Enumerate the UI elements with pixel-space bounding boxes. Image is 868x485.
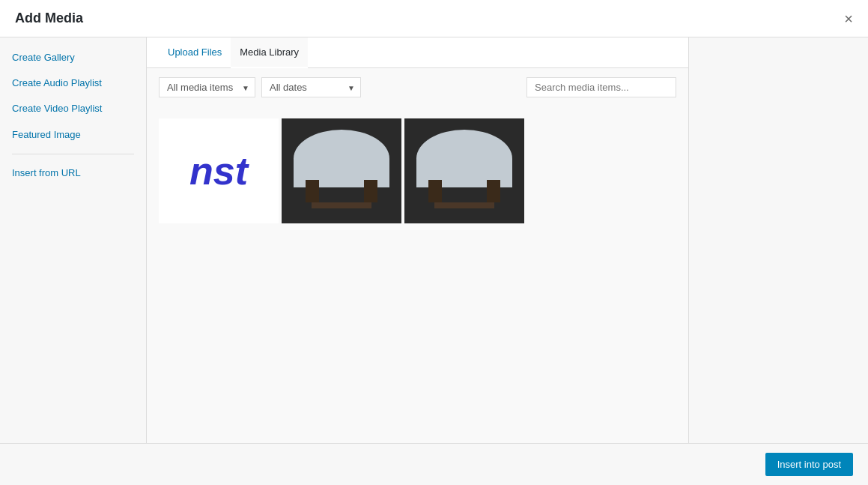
media-item-nsu-logo-inner: nst xyxy=(159,118,279,223)
sidebar-item-create-gallery[interactable]: Create Gallery xyxy=(0,45,146,70)
room-image-1 xyxy=(282,118,401,223)
sidebar-item-create-audio-playlist[interactable]: Create Audio Playlist xyxy=(0,70,146,96)
room-table-2 xyxy=(434,202,494,208)
modal-body: Create Gallery Create Audio Playlist Cre… xyxy=(0,37,868,443)
tabs-bar: Upload Files Media Library xyxy=(147,37,688,68)
close-button[interactable]: × xyxy=(844,11,853,26)
tab-upload-files[interactable]: Upload Files xyxy=(159,37,231,68)
sidebar-item-featured-image[interactable]: Featured Image xyxy=(0,122,146,148)
room-chair-right-2 xyxy=(487,180,500,202)
search-input[interactable] xyxy=(526,77,676,97)
date-filter-select[interactable]: All dates January 2024 December 2023 xyxy=(261,77,361,97)
insert-into-post-button[interactable]: Insert into post xyxy=(765,453,853,476)
media-item-room-1[interactable] xyxy=(282,118,401,223)
media-item-nsu-logo[interactable]: nst xyxy=(159,118,279,223)
media-filter-select[interactable]: All media items Images Audio Video Docum… xyxy=(159,77,255,97)
sidebar-item-create-video-playlist[interactable]: Create Video Playlist xyxy=(0,96,146,121)
sidebar-divider xyxy=(12,154,134,154)
add-media-modal: Add Media × Create Gallery Create Audio … xyxy=(0,0,868,485)
media-grid: nst xyxy=(147,106,688,443)
room-window-1 xyxy=(294,130,389,187)
room-table-1 xyxy=(312,202,371,208)
media-item-room-2[interactable] xyxy=(404,118,524,223)
modal-title: Add Media xyxy=(15,10,83,26)
media-item-room-1-inner xyxy=(282,118,401,223)
room-window-2 xyxy=(416,130,512,187)
sidebar-item-insert-from-url[interactable]: Insert from URL xyxy=(0,160,146,186)
media-item-room-2-inner xyxy=(404,118,524,223)
modal-footer: Insert into post xyxy=(0,443,868,485)
media-filter-wrapper: All media items Images Audio Video Docum… xyxy=(159,77,255,97)
room-chair-left-1 xyxy=(306,180,319,202)
room-chair-left-2 xyxy=(428,180,442,202)
modal-header: Add Media × xyxy=(0,0,868,37)
toolbar: All media items Images Audio Video Docum… xyxy=(147,68,688,106)
room-image-2 xyxy=(404,118,524,223)
date-filter-wrapper: All dates January 2024 December 2023 ▼ xyxy=(261,77,361,97)
right-panel xyxy=(688,37,868,443)
sidebar: Create Gallery Create Audio Playlist Cre… xyxy=(0,37,147,443)
tab-media-library[interactable]: Media Library xyxy=(231,37,308,68)
nsu-logo-image: nst xyxy=(159,118,279,223)
main-content: Upload Files Media Library All media ite… xyxy=(147,37,688,443)
room-chair-right-1 xyxy=(364,180,377,202)
